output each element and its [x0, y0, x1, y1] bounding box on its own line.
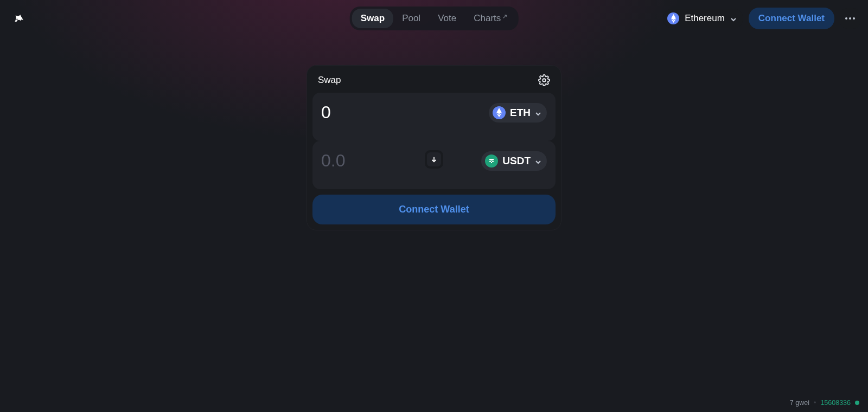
network-selector[interactable]: Ethereum	[663, 9, 743, 28]
swap-from-token-label: ETH	[510, 107, 531, 119]
usdt-token-icon	[485, 154, 498, 168]
external-link-icon: ↗	[502, 13, 507, 20]
header-left	[8, 11, 26, 26]
svg-point-0	[16, 19, 17, 20]
network-name: Ethereum	[685, 13, 725, 24]
nav-swap[interactable]: Swap	[352, 9, 393, 28]
nav-pool-label: Pool	[402, 13, 420, 24]
swap-from-token-selector[interactable]: ETH	[489, 103, 547, 123]
nav-pool[interactable]: Pool	[393, 9, 429, 28]
chevron-down-icon	[535, 110, 541, 116]
ethereum-icon	[667, 12, 679, 24]
chevron-down-icon	[535, 158, 541, 164]
settings-button[interactable]	[538, 74, 550, 86]
eth-token-icon	[493, 106, 506, 119]
swap-from-field: ETH	[312, 93, 556, 141]
dots-horizontal-icon	[845, 17, 855, 20]
swap-from-amount-input[interactable]	[321, 102, 457, 123]
nav-charts[interactable]: Charts↗	[465, 9, 516, 28]
swap-card-header: Swap	[312, 72, 556, 93]
more-menu-button[interactable]	[840, 8, 860, 29]
nav-swap-label: Swap	[361, 13, 385, 24]
status-dot-icon	[855, 401, 859, 405]
separator: •	[814, 399, 816, 407]
gas-price[interactable]: 7 gwei	[790, 399, 809, 407]
block-number[interactable]: 15608336	[820, 399, 851, 407]
swap-to-token-label: USDT	[502, 155, 531, 167]
svg-point-1	[542, 79, 546, 82]
status-footer: 7 gwei • 15608336	[790, 399, 859, 407]
swap-direction-button[interactable]	[425, 150, 443, 169]
chevron-down-icon	[730, 15, 737, 22]
swap-card: Swap ETH USDT Connect Wa	[307, 65, 561, 230]
swap-to-token-selector[interactable]: USDT	[481, 151, 547, 171]
nav-vote[interactable]: Vote	[429, 9, 465, 28]
app-header: Swap Pool Vote Charts↗ Ethereum Connect …	[0, 0, 868, 37]
nav-vote-label: Vote	[438, 13, 456, 24]
main-nav: Swap Pool Vote Charts↗	[350, 7, 519, 30]
connect-wallet-button[interactable]: Connect Wallet	[749, 8, 834, 29]
header-right: Ethereum Connect Wallet	[663, 8, 860, 29]
uniswap-logo-icon[interactable]	[11, 11, 26, 26]
swap-card-title: Swap	[318, 75, 341, 86]
swap-connect-wallet-button[interactable]: Connect Wallet	[312, 195, 556, 224]
nav-charts-label: Charts	[474, 13, 501, 24]
